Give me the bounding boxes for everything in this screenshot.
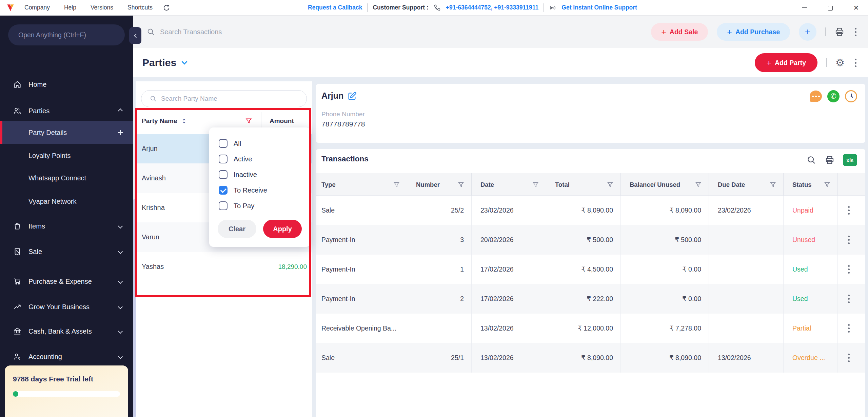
filter-icon[interactable] xyxy=(607,181,614,188)
add-party-button[interactable]: + Add Party xyxy=(755,53,817,72)
filter-icon[interactable] xyxy=(532,181,539,188)
menu-help[interactable]: Help xyxy=(64,4,76,11)
cart-icon xyxy=(13,277,22,286)
party-row-yashas[interactable]: Yashas 18,290.00 xyxy=(136,252,312,281)
transaction-row[interactable]: Sale 25/1 13/02/2026 ₹ 8,090.00 ₹ 8,090.… xyxy=(316,343,865,373)
apply-button[interactable]: Apply xyxy=(263,220,302,238)
filter-option-to-receive[interactable]: To Receive xyxy=(209,182,310,198)
sidebar-item-sale[interactable]: Sale xyxy=(0,242,133,261)
filter-option-inactive[interactable]: Inactive xyxy=(209,167,310,182)
window-controls: ✕ xyxy=(802,5,859,11)
chevron-down-icon[interactable] xyxy=(182,59,188,65)
print-icon[interactable] xyxy=(834,27,845,37)
transaction-row[interactable]: Payment-In 1 17/02/2026 ₹ 4,500.00 ₹ 0.0… xyxy=(316,255,865,284)
sidebar-item-whatsapp-connect[interactable]: Whatsapp Connect xyxy=(0,168,133,188)
more-options-icon[interactable] xyxy=(853,26,858,38)
transaction-row[interactable]: Receivable Opening Ba... 13/02/2026 ₹ 12… xyxy=(316,314,865,343)
sidebar-item-loyalty-points[interactable]: Loyalty Points xyxy=(0,146,133,165)
message-icon[interactable] xyxy=(810,91,822,102)
sidebar-item-party-details[interactable]: Party Details + xyxy=(0,121,133,144)
search-transactions-input[interactable] xyxy=(160,28,397,36)
add-more-button[interactable]: + xyxy=(799,23,816,41)
sidebar-item-home[interactable]: Home xyxy=(0,75,133,94)
row-more-options-icon[interactable] xyxy=(837,343,860,373)
add-sale-button[interactable]: + Add Sale xyxy=(651,23,708,41)
filter-icon[interactable] xyxy=(457,181,465,188)
tx-due-date: 23/02/2026 xyxy=(709,196,783,225)
export-xls-icon[interactable]: xls xyxy=(843,154,857,166)
row-more-options-icon[interactable] xyxy=(837,225,860,255)
filter-option-to-pay[interactable]: To Pay xyxy=(209,198,310,214)
divider xyxy=(544,3,544,12)
transaction-row[interactable]: Payment-In 2 17/02/2026 ₹ 222.00 ₹ 0.00 … xyxy=(316,284,865,314)
row-more-options-icon[interactable] xyxy=(837,255,860,284)
support-phone-numbers[interactable]: +91-6364444752, +91-9333911911 xyxy=(446,4,538,11)
row-more-options-icon[interactable] xyxy=(837,284,860,314)
filter-option-active[interactable]: Active xyxy=(209,151,310,167)
tx-date: 17/02/2026 xyxy=(471,255,546,284)
transaction-row[interactable]: Sale 25/2 23/02/2026 ₹ 8,090.00 ₹ 8,090.… xyxy=(316,196,865,225)
tx-type: Sale xyxy=(321,196,407,225)
scrollbar-thumb[interactable] xyxy=(133,199,136,417)
menu-company[interactable]: Company xyxy=(24,4,50,11)
party-name: Yashas xyxy=(142,263,164,271)
maximize-button[interactable] xyxy=(827,5,833,11)
transactions-table-header: Type Number Date Total Balance/ Unused D… xyxy=(316,173,865,196)
menu-versions[interactable]: Versions xyxy=(91,4,113,11)
more-options-icon[interactable] xyxy=(853,57,858,68)
menu-shortcuts[interactable]: Shortcuts xyxy=(127,4,153,11)
filter-icon[interactable] xyxy=(695,181,702,188)
filter-option-label: To Receive xyxy=(234,186,267,194)
row-more-options-icon[interactable] xyxy=(837,196,860,225)
checkbox[interactable] xyxy=(219,201,228,210)
refresh-icon[interactable] xyxy=(163,4,170,12)
gear-icon[interactable]: ⚙ xyxy=(835,58,845,68)
filter-icon[interactable] xyxy=(393,181,400,188)
transaction-row[interactable]: Payment-In 3 20/02/2026 ₹ 500.00 ₹ 500.0… xyxy=(316,225,865,255)
sidebar-item-parties[interactable]: Parties xyxy=(0,101,133,121)
checkbox[interactable] xyxy=(219,170,228,179)
sidebar-label-party-details: Party Details xyxy=(28,129,67,137)
tx-total: ₹ 8,090.00 xyxy=(546,196,620,225)
edit-icon[interactable] xyxy=(347,92,357,101)
sidebar-label-sale: Sale xyxy=(28,248,42,256)
checkbox-checked[interactable] xyxy=(219,186,228,195)
get-online-support-link[interactable]: Get Instant Online Support xyxy=(561,4,637,11)
filter-icon[interactable] xyxy=(769,181,776,188)
filter-icon-active[interactable] xyxy=(245,117,252,124)
sidebar-item-accounting[interactable]: ₹ Accounting xyxy=(0,347,133,366)
whatsapp-icon[interactable]: ✆ xyxy=(827,90,840,102)
request-callback-link[interactable]: Request a Callback xyxy=(308,4,362,11)
sidebar-item-grow-your-business[interactable]: Grow Your Business xyxy=(0,297,133,317)
sort-icon[interactable] xyxy=(181,118,188,124)
filter-option-label: Active xyxy=(234,155,252,163)
tx-date: 13/02/2026 xyxy=(471,343,546,373)
minimize-button[interactable] xyxy=(802,5,808,11)
filter-option-all[interactable]: All xyxy=(209,136,310,151)
add-party-plus-icon[interactable]: + xyxy=(117,127,123,138)
add-purchase-button[interactable]: + Add Purchase xyxy=(717,23,790,41)
column-party-name[interactable]: Party Name xyxy=(142,117,177,125)
print-icon[interactable] xyxy=(825,155,835,165)
sidebar-item-cash-bank-assets[interactable]: Cash, Bank & Assets xyxy=(0,321,133,341)
reminder-clock-icon[interactable] xyxy=(845,90,857,102)
online-support-icon xyxy=(549,4,556,12)
checkbox[interactable] xyxy=(219,155,228,163)
close-button[interactable]: ✕ xyxy=(853,5,859,11)
filter-icon[interactable] xyxy=(824,181,831,188)
sidebar-item-purchase-expense[interactable]: Purchase & Expense xyxy=(0,272,133,291)
sidebar-label-purchase-expense: Purchase & Expense xyxy=(28,278,92,285)
transactions-card: Transactions xls Type Number Date xyxy=(316,149,865,417)
row-more-options-icon[interactable] xyxy=(837,314,860,343)
sidebar-collapse-button[interactable] xyxy=(129,27,141,44)
tx-balance: ₹ 0.00 xyxy=(620,284,709,314)
bag-icon xyxy=(13,222,22,231)
sidebar-item-vyapar-network[interactable]: Vyapar Network xyxy=(0,192,133,211)
sidebar-item-items[interactable]: Items xyxy=(0,216,133,236)
clear-button[interactable]: Clear xyxy=(218,220,256,238)
search-icon[interactable] xyxy=(806,155,816,165)
search-party-input[interactable] xyxy=(161,95,290,102)
checkbox[interactable] xyxy=(219,139,228,148)
party-name: Arjun xyxy=(142,145,158,153)
open-anything-input[interactable] xyxy=(8,24,125,45)
